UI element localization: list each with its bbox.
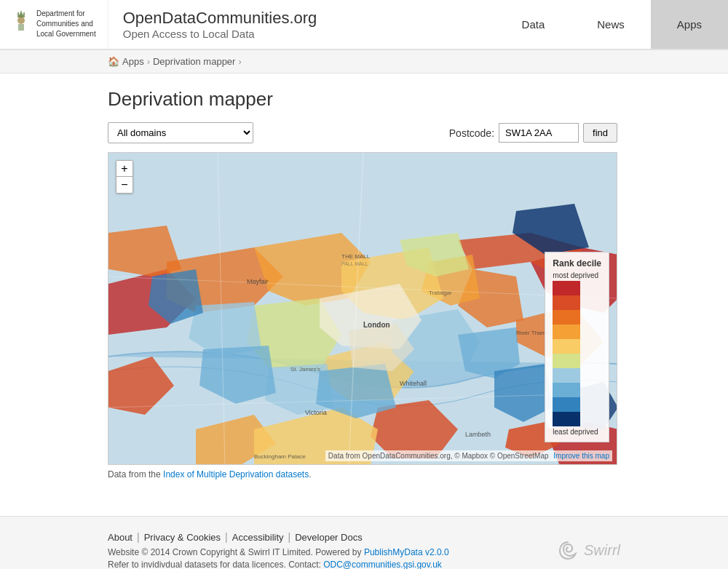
legend-swatch-5 bbox=[553, 339, 580, 354]
breadcrumb: 🏠 Apps › Deprivation mapper › bbox=[0, 50, 728, 73]
map-attribution: Data from OpenDataCommunities.org, © Map… bbox=[325, 450, 612, 461]
svg-text:Mayfair: Mayfair bbox=[247, 278, 269, 285]
postcode-group: Postcode: find bbox=[449, 123, 617, 143]
legend-swatch-6 bbox=[553, 354, 580, 368]
site-name: OpenDataCommunities.org bbox=[123, 9, 481, 28]
swirrl-branding: Swirrl bbox=[556, 539, 620, 562]
map-wrapper: Mayfair London Victoria Lambeth Whitehal… bbox=[108, 152, 617, 480]
footer-privacy-link[interactable]: Privacy & Cookies bbox=[144, 532, 221, 543]
contact-email-link[interactable]: ODC@communities.gsi.gov.uk bbox=[323, 560, 442, 569]
home-icon: 🏠 bbox=[108, 56, 119, 67]
improve-map-link[interactable]: Improve this map bbox=[553, 452, 609, 460]
controls-row: All domainsIncomeEmploymentEducationHeal… bbox=[108, 122, 617, 143]
footer-refer: Refer to invidivdual datasets for data l… bbox=[108, 560, 620, 569]
svg-rect-3 bbox=[17, 12, 19, 17]
svg-text:PALL MALL: PALL MALL bbox=[341, 261, 368, 266]
site-tagline: Open Access to Local Data bbox=[123, 28, 481, 40]
header-logo-section: Department for Communities and Local Gov… bbox=[0, 0, 108, 49]
footer: About | Privacy & Cookies | Accessibilit… bbox=[0, 516, 728, 569]
legend-swatch-7 bbox=[553, 368, 580, 383]
svg-text:Whitehall: Whitehall bbox=[400, 380, 427, 387]
postcode-input[interactable] bbox=[499, 123, 579, 143]
zoom-out-button[interactable]: − bbox=[116, 177, 132, 193]
footer-sep-1: | bbox=[137, 531, 140, 543]
svg-text:Victoria: Victoria bbox=[305, 409, 327, 416]
swirrl-text: Swirrl bbox=[584, 542, 620, 559]
footer-links: About | Privacy & Cookies | Accessibilit… bbox=[108, 531, 620, 543]
domain-select[interactable]: All domainsIncomeEmploymentEducationHeal… bbox=[108, 122, 253, 143]
header-brand: OpenDataCommunities.org Open Access to L… bbox=[108, 0, 496, 49]
footer-devdocs-link[interactable]: Developer Docs bbox=[295, 532, 363, 543]
svg-point-5 bbox=[17, 17, 25, 24]
map-zoom-controls: + − bbox=[116, 160, 133, 194]
footer-copyright: Website © 2014 Crown Copyright & Swirrl … bbox=[108, 547, 620, 557]
map-svg: Mayfair London Victoria Lambeth Whitehal… bbox=[108, 153, 617, 465]
legend-color-bar bbox=[553, 281, 580, 426]
legend-swatch-8 bbox=[553, 383, 580, 397]
main-content: Deprivation mapper All domainsIncomeEmpl… bbox=[0, 73, 728, 494]
legend-swatch-1 bbox=[553, 281, 580, 295]
svg-marker-1 bbox=[20, 10, 23, 15]
publishmydata-link[interactable]: PublishMyData v2.0.0 bbox=[364, 547, 449, 557]
logo-text: Department for Communities and Local Gov… bbox=[36, 9, 96, 39]
breadcrumb-sep1: › bbox=[147, 56, 150, 67]
find-button[interactable]: find bbox=[583, 123, 617, 143]
legend-least-label: least deprived bbox=[553, 428, 601, 436]
legend-most-label: most deprived bbox=[553, 271, 601, 279]
nav-data[interactable]: Data bbox=[496, 0, 571, 49]
svg-text:London: London bbox=[363, 321, 390, 329]
legend-swatch-10 bbox=[553, 412, 580, 426]
svg-rect-4 bbox=[23, 12, 25, 17]
svg-text:Buckingham Palace: Buckingham Palace bbox=[254, 453, 306, 460]
breadcrumb-apps-link[interactable]: Apps bbox=[122, 56, 144, 67]
nav-apps[interactable]: Apps bbox=[651, 0, 728, 49]
footer-about-link[interactable]: About bbox=[108, 532, 132, 543]
coat-of-arms-icon bbox=[12, 9, 31, 32]
map-legend: Rank decile most deprived least deprived bbox=[545, 252, 609, 442]
nav-news[interactable]: News bbox=[571, 0, 651, 49]
svg-text:THE MALL: THE MALL bbox=[341, 253, 371, 260]
swirrl-icon bbox=[556, 539, 579, 562]
footer-sep-2: | bbox=[225, 531, 228, 543]
legend-swatch-2 bbox=[553, 295, 580, 310]
map-container[interactable]: Mayfair London Victoria Lambeth Whitehal… bbox=[108, 152, 617, 465]
postcode-label: Postcode: bbox=[449, 127, 494, 139]
footer-sep-3: | bbox=[288, 531, 291, 543]
svg-text:Trafalgar: Trafalgar bbox=[429, 290, 452, 296]
imd-link[interactable]: Index of Multiple Deprivation datasets bbox=[163, 469, 309, 480]
legend-swatch-9 bbox=[553, 397, 580, 412]
legend-swatch-3 bbox=[553, 310, 580, 325]
header: Department for Communities and Local Gov… bbox=[0, 0, 728, 50]
legend-title: Rank decile bbox=[553, 258, 601, 268]
footer-accessibility-link[interactable]: Accessibility bbox=[232, 532, 284, 543]
svg-text:Lambeth: Lambeth bbox=[465, 431, 491, 438]
zoom-in-button[interactable]: + bbox=[116, 161, 132, 177]
map-credit: Data from the Index of Multiple Deprivat… bbox=[108, 469, 617, 480]
svg-text:St. James's: St. James's bbox=[290, 366, 320, 373]
header-nav: Data News Apps bbox=[496, 0, 728, 49]
svg-rect-6 bbox=[18, 24, 24, 31]
breadcrumb-sep2: › bbox=[238, 56, 241, 67]
breadcrumb-current: Deprivation mapper bbox=[153, 56, 235, 67]
page-title: Deprivation mapper bbox=[108, 88, 620, 111]
legend-swatch-4 bbox=[553, 325, 580, 339]
